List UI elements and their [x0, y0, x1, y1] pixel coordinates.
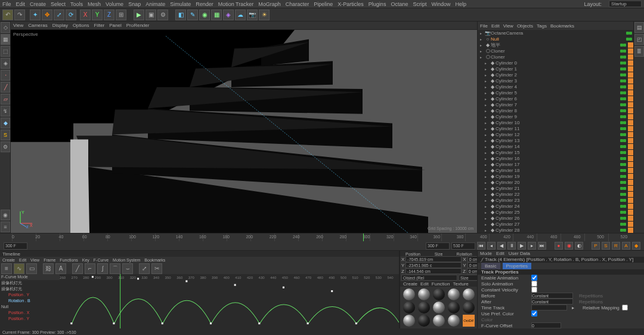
menu-tools[interactable]: Tools: [70, 1, 83, 7]
object-row[interactable]: ▸○Null: [478, 36, 633, 42]
texture-tag-icon[interactable]: [628, 138, 633, 143]
menu-volume[interactable]: Volume: [106, 1, 123, 7]
y-axis-button[interactable]: Y: [92, 10, 103, 20]
material-slot[interactable]: [448, 288, 460, 300]
texture-tag-icon[interactable]: [628, 54, 633, 60]
x-axis-button[interactable]: X: [80, 10, 91, 20]
object-row[interactable]: ▸◆Cylinder 5: [478, 90, 633, 96]
mat-texture-menu[interactable]: Texture: [453, 281, 469, 287]
texture-tag-icon[interactable]: [628, 198, 633, 203]
workplane-button[interactable]: ◈: [1, 58, 10, 69]
track-row[interactable]: 摄像机灯光: [0, 280, 60, 286]
goto-end-button[interactable]: ⏭: [538, 242, 546, 250]
vp-cameras-menu[interactable]: Cameras: [28, 23, 47, 28]
goto-start-button[interactable]: ⏮: [477, 242, 485, 250]
fcurve-graph[interactable]: 2602702802903003103203303403503603703803…: [60, 274, 399, 328]
coord-tab-rotation[interactable]: Rotation: [451, 251, 477, 256]
menu-simulate[interactable]: Simulate: [170, 1, 191, 7]
object-row[interactable]: ▸◆Cylinder 25: [478, 209, 633, 215]
environment-button[interactable]: ☁: [235, 10, 246, 20]
texture-tag-icon[interactable]: [628, 210, 633, 215]
tl-bookmarks-menu[interactable]: Bookmarks: [144, 258, 165, 262]
constvel-check[interactable]: [531, 287, 537, 293]
coord-tab-position[interactable]: Position: [400, 251, 426, 256]
attr-userdata-menu[interactable]: User Data: [509, 251, 530, 256]
tl-spline-button[interactable]: ∫: [97, 263, 108, 274]
keyframe-sel-button[interactable]: ◐: [575, 242, 583, 250]
track-row[interactable]: 摄像机灯光: [0, 286, 60, 292]
texture-mode-button[interactable]: ⬚: [1, 46, 10, 57]
usepref-check[interactable]: [531, 311, 537, 316]
autokey-button[interactable]: ◉: [565, 242, 573, 250]
material-slot[interactable]: [463, 302, 475, 314]
track-row[interactable]: Position . X: [0, 310, 60, 316]
undo-button[interactable]: ↶: [2, 10, 13, 20]
pen-button[interactable]: ✎: [187, 10, 198, 20]
tl-create-menu[interactable]: Create: [2, 258, 15, 262]
tl-fcurve-button[interactable]: ∿: [14, 263, 24, 274]
attr-edit-menu[interactable]: Edit: [496, 251, 504, 256]
texture-tag-icon[interactable]: [628, 144, 633, 149]
menu-select[interactable]: Select: [51, 1, 66, 7]
object-row[interactable]: ▸◆Cylinder 6: [478, 96, 633, 102]
object-row[interactable]: ▸◆Cylinder 1: [478, 66, 633, 72]
play-fwd-button[interactable]: ▶: [518, 242, 526, 250]
track-row[interactable]: Position . Y: [0, 316, 60, 322]
obj-file-menu[interactable]: File: [480, 23, 488, 29]
render-settings-button[interactable]: ⚙: [157, 10, 168, 20]
texture-tag-icon[interactable]: [628, 216, 633, 221]
material-grid[interactable]: OctDif: [400, 287, 477, 328]
attr-tab-properties[interactable]: Properties: [503, 263, 531, 269]
vp-options-menu[interactable]: Options: [73, 23, 89, 28]
xpresso-button[interactable]: ◉: [1, 210, 10, 220]
tl-easeout-button[interactable]: ⌣: [122, 263, 133, 274]
obj-bookmarks-menu[interactable]: Bookmarks: [550, 23, 574, 29]
solo-anim-check[interactable]: [531, 281, 537, 287]
mat-function-menu[interactable]: Function: [432, 281, 450, 287]
menu-render[interactable]: Render: [196, 1, 213, 7]
right-tool-content[interactable]: ◰: [634, 34, 644, 45]
menu-motiontracker[interactable]: Motion Tracker: [218, 1, 254, 7]
texture-tag-icon[interactable]: [628, 156, 633, 161]
tl-easein-button[interactable]: ⌒: [110, 263, 120, 274]
object-row[interactable]: ▸◆Cylinder 8: [478, 107, 633, 113]
key-pos-button[interactable]: P: [592, 242, 600, 250]
layer-mgr-button[interactable]: ≡: [1, 222, 10, 232]
material-slot-selected[interactable]: OctDif: [463, 315, 475, 327]
texture-tag-icon[interactable]: [628, 48, 633, 54]
obj-edit-menu[interactable]: Edit: [491, 23, 500, 29]
generator-button[interactable]: ▦: [211, 10, 222, 20]
object-list[interactable]: ▸📷OctaneCamera▸○Null▸◆地平▸⬡Cloner▸⬡Cloner…: [478, 30, 633, 233]
object-row[interactable]: ▸◆Cylinder 13: [478, 137, 633, 143]
menu-character[interactable]: Character: [286, 1, 309, 7]
object-row[interactable]: ▸◆Cylinder 12: [478, 131, 633, 137]
material-slot[interactable]: [448, 315, 460, 327]
object-row[interactable]: ▸◆Cylinder 16: [478, 155, 633, 161]
object-row[interactable]: ▸◆Cylinder 20: [478, 179, 633, 185]
menu-xparticles[interactable]: X-Particles: [338, 1, 364, 7]
object-row[interactable]: ▸⬡Cloner: [478, 54, 633, 60]
menu-window[interactable]: Window: [431, 1, 450, 7]
texture-tag-icon[interactable]: [628, 180, 633, 185]
texture-tag-icon[interactable]: [628, 84, 633, 90]
material-slot[interactable]: [433, 315, 445, 327]
move-button[interactable]: ✥: [42, 10, 52, 20]
texture-tag-icon[interactable]: [628, 174, 633, 179]
layout-select[interactable]: [609, 1, 642, 7]
tl-motion-menu[interactable]: Motion System: [113, 258, 140, 262]
track-row[interactable]: Null: [0, 304, 60, 310]
viewport-canvas[interactable]: Perspective: [11, 30, 477, 233]
key-scale-button[interactable]: S: [602, 242, 610, 250]
texture-tag-icon[interactable]: [628, 78, 633, 84]
z-axis-button[interactable]: Z: [104, 10, 114, 20]
menu-mesh[interactable]: Mesh: [88, 1, 101, 7]
obj-view-menu[interactable]: View: [503, 23, 513, 29]
object-row[interactable]: ▸◆Cylinder 3: [478, 78, 633, 84]
tl-fcurve-menu[interactable]: F-Curve: [94, 258, 109, 262]
camera-button[interactable]: 📷: [247, 10, 258, 20]
tl-break-button[interactable]: ✂: [151, 263, 162, 274]
vp-display-menu[interactable]: Display: [52, 23, 68, 28]
menu-plugins[interactable]: Plugins: [369, 1, 386, 7]
tl-tracks-tree[interactable]: F-Curve Mode 摄像机灯光摄像机灯光Position . YRotat…: [0, 274, 60, 328]
coord-z[interactable]: [405, 268, 462, 274]
